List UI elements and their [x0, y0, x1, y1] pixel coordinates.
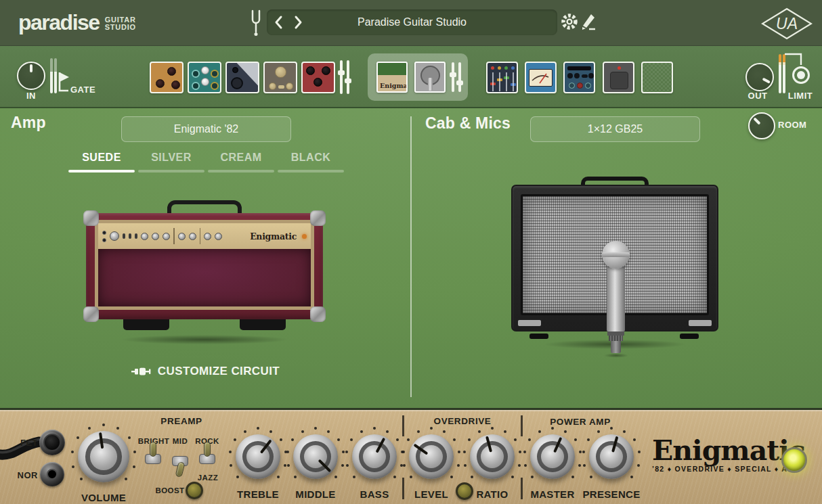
section-divider	[410, 116, 412, 397]
app-logo-text: paradise	[18, 9, 100, 36]
amp-foot-right	[240, 319, 286, 330]
input-label: IN	[17, 91, 45, 101]
level-knob-unit: LEVEL	[400, 426, 462, 500]
amp-control-panel: PREAMP OVERDRIVE POWER AMP FET NOR BRIGH…	[0, 408, 822, 504]
tab-suede[interactable]: SUEDE	[68, 152, 135, 173]
tab-silver[interactable]: SILVER	[138, 152, 204, 173]
tab-cream[interactable]: CREAM	[208, 152, 274, 173]
boost-button[interactable]	[186, 482, 203, 499]
ratio-knob-unit: RATIO	[461, 426, 523, 500]
mic-shadow	[599, 352, 634, 359]
cab-model-select[interactable]: 1×12 GB25	[530, 116, 700, 142]
ratio-knob-label: RATIO	[476, 488, 508, 500]
rock-jazz-toggle[interactable]	[199, 444, 215, 474]
limit-knob[interactable]	[792, 66, 810, 84]
amp-foot-left	[123, 319, 169, 330]
amp-handle	[167, 200, 242, 214]
edit-pen-icon[interactable]	[580, 12, 597, 32]
pedal-slot-orange[interactable]	[150, 62, 183, 93]
amp-block-selected[interactable]: Enigma	[368, 53, 468, 101]
middle-knob[interactable]	[293, 434, 338, 479]
preset-prev-button[interactable]	[271, 14, 286, 31]
gate-meter-right	[54, 58, 57, 93]
ua-logo[interactable]: UA	[761, 7, 813, 40]
amp-mini-led	[302, 234, 307, 239]
cable-plug[interactable]	[43, 434, 61, 451]
amp-fader-icon[interactable]	[452, 62, 461, 92]
nor-input-jack[interactable]	[40, 462, 64, 486]
limit-connector	[783, 53, 804, 66]
amp-shadow	[85, 333, 324, 346]
bass-knob[interactable]	[352, 434, 397, 479]
level-knob[interactable]	[409, 434, 454, 479]
output-label: OUT	[739, 91, 777, 101]
amp-mini-logo: Enigmatic	[250, 231, 297, 242]
level-knob-label: LEVEL	[414, 488, 448, 500]
rack-slot-vu-meter[interactable]	[525, 62, 557, 93]
limit-label: LIMIT	[783, 91, 818, 101]
amp-grille	[98, 249, 311, 306]
output-level-knob[interactable]	[745, 63, 774, 91]
input-level-knob[interactable]	[17, 62, 45, 90]
nor-label: NOR	[15, 470, 38, 480]
top-bar: paradise GUITARSTUDIO Paradise Guitar St…	[0, 0, 822, 46]
settings-gear-icon[interactable]	[559, 12, 580, 34]
presence-knob-unit: PRESENCE	[580, 426, 643, 500]
mid-label: MID	[173, 437, 188, 445]
master-knob-unit: MASTER	[521, 426, 584, 500]
customize-circuit-button[interactable]: CUSTOMIZE CIRCUIT	[127, 364, 284, 379]
overdrive-section-label: OVERDRIVE	[434, 416, 492, 426]
cab-section-title: Cab & Mics	[425, 114, 511, 133]
rack-slot-dark-unit[interactable]	[603, 62, 634, 93]
cab-foot-right	[680, 334, 699, 339]
preamp-section-label: PREAMP	[160, 416, 202, 426]
pedal-slot-red[interactable]	[301, 62, 335, 93]
pedal-slot-navy[interactable]	[225, 62, 259, 93]
amp-head-image: Enigmatic	[85, 200, 324, 350]
mid-toggle[interactable]	[172, 446, 188, 476]
amp-thumbnail[interactable]: Enigma	[376, 62, 408, 93]
presence-knob-label: PRESENCE	[583, 488, 641, 500]
tab-black[interactable]: BLACK	[278, 152, 344, 173]
volume-knob[interactable]	[78, 431, 129, 482]
gate-meter-left	[50, 58, 53, 93]
fet-label: FET	[16, 438, 38, 448]
fader-icon[interactable]	[340, 60, 349, 94]
treble-knob-unit: TREBLE	[227, 426, 289, 500]
preset-name[interactable]: Paradise Guitar Studio	[267, 16, 557, 28]
bright-toggle[interactable]	[145, 444, 161, 474]
cab-foot-left	[529, 334, 548, 339]
room-label: ROOM	[778, 120, 806, 130]
boost-label: BOOST	[156, 486, 185, 495]
svg-text:UA: UA	[776, 15, 798, 32]
rack-slot-empty[interactable]	[641, 62, 673, 93]
plugin-window: paradise GUITARSTUDIO Paradise Guitar St…	[0, 0, 822, 504]
tuner-icon[interactable]	[250, 9, 262, 37]
preset-bar[interactable]: Paradise Guitar Studio	[267, 9, 557, 35]
volume-knob-unit: VOLUME	[69, 422, 138, 503]
middle-knob-label: MIDDLE	[295, 488, 335, 500]
preset-next-button[interactable]	[290, 14, 306, 31]
pedal-slot-taupe[interactable]	[263, 62, 297, 93]
amp-finish-tabs: SUEDESILVERCREAMBLACK	[68, 152, 347, 173]
amp-logo-tagline: ’82 ♦ OVERDRIVE ♦ SPECIAL ♦ AMP	[652, 465, 805, 473]
gate-label: GATE	[70, 85, 95, 95]
app-logo: paradise GUITARSTUDIO	[18, 9, 136, 36]
treble-knob[interactable]	[236, 434, 280, 479]
master-knob[interactable]	[530, 434, 575, 479]
limit-meter-left	[779, 54, 781, 93]
amp-model-select[interactable]: Enigmatic '82	[121, 116, 291, 142]
presence-knob[interactable]	[589, 434, 634, 479]
customize-circuit-row: CUSTOMIZE CIRCUIT	[0, 364, 411, 379]
rack-slot-blue-unit[interactable]	[563, 62, 595, 93]
middle-knob-unit: MIDDLE	[284, 426, 347, 500]
pedal-slot-teal[interactable]	[188, 62, 221, 93]
cab-thumbnail[interactable]	[414, 62, 446, 93]
circuit-component-icon	[131, 367, 152, 376]
master-knob-label: MASTER	[530, 488, 574, 500]
mic-body[interactable]	[607, 267, 625, 331]
room-knob[interactable]	[748, 112, 775, 139]
bass-knob-unit: BASS	[343, 426, 406, 500]
rack-slot-mixer[interactable]	[486, 62, 518, 93]
ratio-knob[interactable]	[470, 434, 515, 479]
